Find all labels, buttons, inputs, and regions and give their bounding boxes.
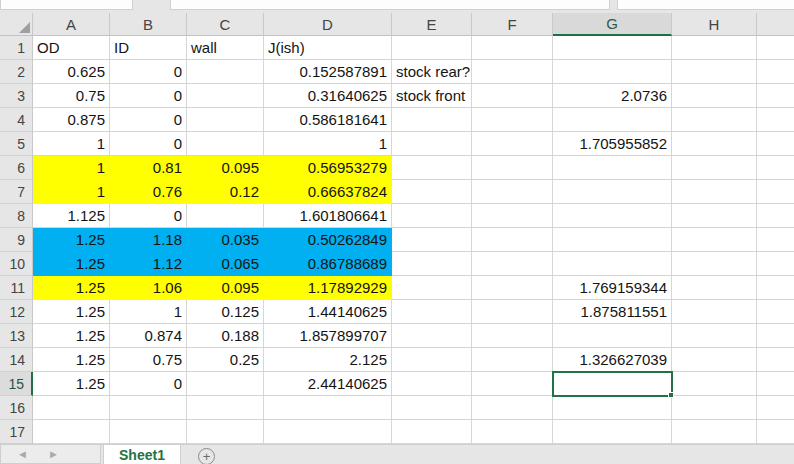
cell-B6[interactable]: 0.81 bbox=[110, 156, 187, 180]
cell-C12[interactable]: 0.125 bbox=[187, 300, 264, 324]
tab-scroll-right-icon[interactable]: ► bbox=[48, 449, 59, 460]
cell-D9[interactable]: 0.50262849 bbox=[264, 228, 392, 252]
cell-B2[interactable]: 0 bbox=[110, 60, 187, 84]
cell-B5[interactable]: 0 bbox=[110, 132, 187, 156]
cell-A8[interactable]: 1.125 bbox=[33, 204, 110, 228]
cell-B17[interactable] bbox=[110, 420, 187, 444]
cell-F11[interactable] bbox=[472, 276, 553, 300]
row-header-10[interactable]: 10 bbox=[0, 252, 33, 276]
cell-C2[interactable] bbox=[187, 60, 264, 84]
cell-H17[interactable] bbox=[672, 420, 757, 444]
cell-D4[interactable]: 0.586181641 bbox=[264, 108, 392, 132]
cell-D11[interactable]: 1.17892929 bbox=[264, 276, 392, 300]
cell-E17[interactable] bbox=[392, 420, 472, 444]
cell-E8[interactable] bbox=[392, 204, 472, 228]
cell-I5[interactable] bbox=[757, 132, 794, 156]
cell-C1[interactable]: wall bbox=[187, 36, 264, 60]
cell-I13[interactable] bbox=[757, 324, 794, 348]
cell-I2[interactable] bbox=[757, 60, 794, 84]
cell-B14[interactable]: 0.75 bbox=[110, 348, 187, 372]
cell-H11[interactable] bbox=[672, 276, 757, 300]
cell-D5[interactable]: 1 bbox=[264, 132, 392, 156]
cell-G8[interactable] bbox=[553, 204, 672, 228]
cell-D16[interactable] bbox=[264, 396, 392, 420]
cell-G2[interactable] bbox=[553, 60, 672, 84]
cell-C8[interactable] bbox=[187, 204, 264, 228]
cell-I11[interactable] bbox=[757, 276, 794, 300]
cell-A12[interactable]: 1.25 bbox=[33, 300, 110, 324]
cell-I7[interactable] bbox=[757, 180, 794, 204]
column-header-A[interactable]: A bbox=[33, 13, 110, 36]
cell-I16[interactable] bbox=[757, 396, 794, 420]
column-header-H[interactable]: H bbox=[672, 13, 757, 36]
select-all-corner[interactable] bbox=[0, 13, 33, 36]
cell-A5[interactable]: 1 bbox=[33, 132, 110, 156]
cell-E2[interactable]: stock rear? bbox=[392, 60, 472, 84]
cell-D3[interactable]: 0.31640625 bbox=[264, 84, 392, 108]
cell-A7[interactable]: 1 bbox=[33, 180, 110, 204]
cell-H15[interactable] bbox=[672, 372, 757, 396]
cell-F17[interactable] bbox=[472, 420, 553, 444]
cell-G7[interactable] bbox=[553, 180, 672, 204]
cell-B12[interactable]: 1 bbox=[110, 300, 187, 324]
cell-C9[interactable]: 0.035 bbox=[187, 228, 264, 252]
cell-F8[interactable] bbox=[472, 204, 553, 228]
cell-C10[interactable]: 0.065 bbox=[187, 252, 264, 276]
cell-F4[interactable] bbox=[472, 108, 553, 132]
cell-D7[interactable]: 0.66637824 bbox=[264, 180, 392, 204]
formula-bar[interactable] bbox=[170, 0, 610, 10]
row-header-7[interactable]: 7 bbox=[0, 180, 33, 204]
cell-D14[interactable]: 2.125 bbox=[264, 348, 392, 372]
cell-G16[interactable] bbox=[553, 396, 672, 420]
cell-F6[interactable] bbox=[472, 156, 553, 180]
row-header-3[interactable]: 3 bbox=[0, 84, 33, 108]
cell-B15[interactable]: 0 bbox=[110, 372, 187, 396]
cell-I10[interactable] bbox=[757, 252, 794, 276]
column-header-I[interactable]: I bbox=[757, 13, 794, 36]
cell-D15[interactable]: 2.44140625 bbox=[264, 372, 392, 396]
cell-G11[interactable]: 1.769159344 bbox=[553, 276, 672, 300]
cell-H4[interactable] bbox=[672, 108, 757, 132]
cell-F12[interactable] bbox=[472, 300, 553, 324]
cell-H16[interactable] bbox=[672, 396, 757, 420]
cell-C5[interactable] bbox=[187, 132, 264, 156]
row-header-15[interactable]: 15 bbox=[0, 372, 33, 396]
cell-G6[interactable] bbox=[553, 156, 672, 180]
column-header-E[interactable]: E bbox=[392, 13, 472, 36]
cell-A14[interactable]: 1.25 bbox=[33, 348, 110, 372]
fill-handle[interactable] bbox=[668, 392, 674, 398]
row-header-16[interactable]: 16 bbox=[0, 396, 33, 420]
cell-I1[interactable] bbox=[757, 36, 794, 60]
cell-H2[interactable] bbox=[672, 60, 757, 84]
tab-scroll-left-icon[interactable]: ◄ bbox=[17, 449, 28, 460]
cell-C3[interactable] bbox=[187, 84, 264, 108]
cell-A2[interactable]: 0.625 bbox=[33, 60, 110, 84]
cell-F15[interactable] bbox=[472, 372, 553, 396]
cell-C4[interactable] bbox=[187, 108, 264, 132]
row-header-17[interactable]: 17 bbox=[0, 420, 33, 444]
row-header-12[interactable]: 12 bbox=[0, 300, 33, 324]
cell-G3[interactable]: 2.0736 bbox=[553, 84, 672, 108]
add-sheet-button[interactable]: + bbox=[198, 448, 215, 464]
cell-E1[interactable] bbox=[392, 36, 472, 60]
cell-E10[interactable] bbox=[392, 252, 472, 276]
cell-G13[interactable] bbox=[553, 324, 672, 348]
column-header-F[interactable]: F bbox=[472, 13, 553, 36]
cell-D17[interactable] bbox=[264, 420, 392, 444]
cell-E15[interactable] bbox=[392, 372, 472, 396]
row-header-8[interactable]: 8 bbox=[0, 204, 33, 228]
cell-F2[interactable] bbox=[472, 60, 553, 84]
cell-C7[interactable]: 0.12 bbox=[187, 180, 264, 204]
cell-I12[interactable] bbox=[757, 300, 794, 324]
column-header-C[interactable]: C bbox=[187, 13, 264, 36]
cell-G9[interactable] bbox=[553, 228, 672, 252]
cell-F1[interactable] bbox=[472, 36, 553, 60]
cell-E16[interactable] bbox=[392, 396, 472, 420]
cell-H12[interactable] bbox=[672, 300, 757, 324]
cell-H7[interactable] bbox=[672, 180, 757, 204]
name-box[interactable] bbox=[0, 0, 133, 10]
cell-C13[interactable]: 0.188 bbox=[187, 324, 264, 348]
cell-I14[interactable] bbox=[757, 348, 794, 372]
cell-H14[interactable] bbox=[672, 348, 757, 372]
cell-B16[interactable] bbox=[110, 396, 187, 420]
